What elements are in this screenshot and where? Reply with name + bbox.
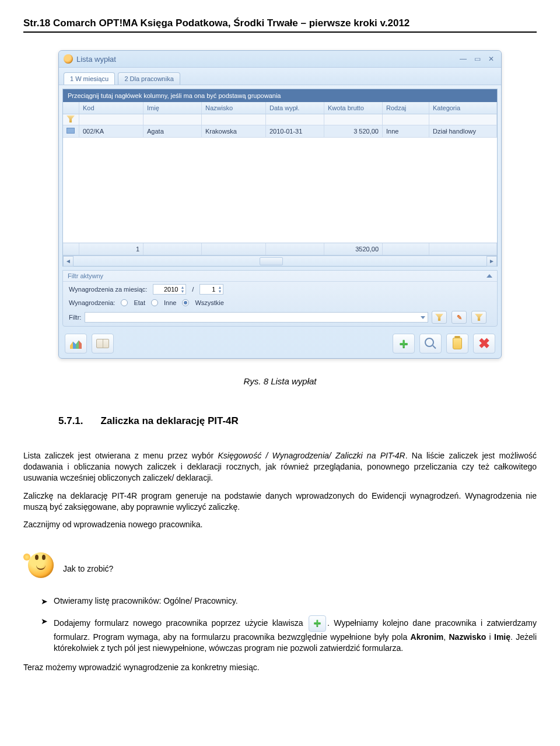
group-by-bar[interactable]: Przeciągnij tutaj nagłówek kolumny, jeśl… [63, 89, 497, 102]
filter-kod[interactable] [79, 114, 144, 125]
x-icon: ✖ [478, 335, 490, 352]
filter-row-type: Wynagrodzenia: Etat Inne Wszystkie [63, 297, 497, 309]
table-row[interactable]: 002/KA Agata Krakowska 2010-01-31 3 520,… [63, 125, 497, 138]
scroll-left-button[interactable]: ◄ [63, 256, 74, 267]
filter-config-button[interactable] [471, 311, 487, 324]
label-month: Wynagrodzenia za miesiąc: [69, 286, 147, 293]
bullet-arrow-icon: ➤ [41, 596, 48, 607]
filter-rodzaj[interactable] [383, 114, 429, 125]
radio-wszystkie-label: Wszystkie [195, 299, 224, 306]
radio-wszystkie[interactable] [182, 299, 189, 306]
titlebar: Lista wypłat — ▭ ✕ [59, 51, 501, 68]
restore-button[interactable]: ▭ [472, 54, 482, 64]
summary-kwota: 3520,00 [324, 243, 383, 255]
funnel-icon [435, 314, 443, 321]
filter-kategoria[interactable] [429, 114, 497, 125]
cell-rodzaj: Inne [383, 125, 429, 137]
h-scrollbar[interactable]: ◄ ► [63, 255, 497, 266]
paragraph-4: Teraz możemy wprowadzić wynagrodzenie za… [23, 662, 537, 673]
filter-panel-header[interactable]: Filtr aktywny [63, 271, 497, 282]
filter-row-icon[interactable] [63, 114, 79, 125]
col-data[interactable]: Data wypł. [266, 102, 324, 114]
filter-nazwisko[interactable] [202, 114, 266, 125]
minimize-button[interactable]: — [458, 54, 468, 64]
row-icon [66, 128, 75, 134]
paragraph-1: Lista zaliczek jest otwierana z menu prz… [23, 450, 537, 484]
col-kwota[interactable]: Kwota brutto [324, 102, 383, 114]
filter-kwota[interactable] [324, 114, 383, 125]
col-nazwisko[interactable]: Nazwisko [202, 102, 266, 114]
year-down[interactable]: ▼ [180, 289, 184, 293]
delete-button[interactable]: ✖ [473, 334, 495, 353]
filter-imie[interactable] [144, 114, 202, 125]
tab-for-employee[interactable]: 2 Dla pracownika [118, 72, 180, 85]
app-icon [64, 54, 73, 64]
search-button[interactable] [419, 334, 442, 353]
col-rodzaj[interactable]: Rodzaj [383, 102, 429, 114]
col-imie[interactable]: Imię [144, 102, 202, 114]
col-kod[interactable]: Kod [79, 102, 144, 114]
cell-imie: Agata [144, 125, 202, 137]
step-1: ➤ Otwieramy listę pracowników: Ogólne/ P… [41, 596, 537, 607]
filter-row-filter: Filtr: ✎ [63, 309, 497, 326]
chart-icon [70, 338, 82, 349]
label-type: Wynagrodzenia: [69, 299, 115, 306]
figure-caption: Rys. 8 Lista wypłat [23, 376, 537, 386]
chart-button[interactable] [65, 334, 87, 353]
radio-inne[interactable] [151, 299, 158, 306]
radio-etat[interactable] [121, 299, 128, 306]
app-window: Lista wypłat — ▭ ✕ 1 W miesiącu 2 Dla pr… [58, 50, 502, 359]
step-2: ➤ Dodajemy formularz nowego pracownika p… [41, 615, 537, 654]
section-title: Zaliczka na deklarację PIT-4R [101, 415, 239, 427]
cell-kwota: 3 520,00 [324, 125, 383, 137]
tabs: 1 W miesiącu 2 Dla pracownika [59, 68, 501, 85]
tip-row: Jak to zrobić? [23, 548, 537, 578]
chevron-down-icon [421, 316, 425, 319]
filter-data[interactable] [266, 114, 324, 125]
filter-apply-button[interactable] [432, 311, 447, 324]
filter-combo[interactable] [85, 312, 428, 323]
scroll-thumb[interactable] [260, 257, 283, 265]
book-button[interactable] [92, 334, 114, 353]
tab-in-month[interactable]: 1 W miesiącu [64, 72, 115, 85]
month-spinner[interactable]: ▲▼ [200, 284, 223, 295]
year-input[interactable] [155, 285, 179, 293]
add-button[interactable]: + [393, 334, 415, 353]
summary-count: 1 [79, 243, 144, 255]
funnel-icon [66, 115, 75, 122]
summary-row: 1 3520,00 [63, 243, 497, 255]
year-spinner[interactable]: ▲▼ [153, 284, 186, 295]
search-icon [425, 338, 436, 349]
month-down[interactable]: ▼ [218, 289, 222, 293]
month-up[interactable]: ▲ [218, 285, 222, 289]
window-title: Lista wypłat [76, 55, 116, 64]
smiley-icon [23, 548, 54, 578]
collapse-icon [487, 274, 492, 278]
year-up[interactable]: ▲ [180, 285, 184, 289]
bin-button[interactable] [446, 334, 468, 353]
month-input[interactable] [201, 285, 216, 293]
close-button[interactable]: ✕ [486, 54, 496, 64]
filter-clear-button[interactable]: ✎ [452, 311, 467, 324]
month-sep: / [192, 286, 194, 293]
scroll-track[interactable] [74, 256, 487, 267]
inline-add-button[interactable]: + [309, 615, 326, 632]
filter-tools: ✎ [432, 311, 491, 324]
radio-inne-label: Inne [164, 299, 176, 306]
cell-kategoria: Dział handlowy [429, 125, 497, 137]
filter-row-month: Wynagrodzenia za miesiąc: ▲▼ / ▲▼ [63, 282, 497, 297]
grid-header: Kod Imię Nazwisko Data wypł. Kwota brutt… [63, 102, 497, 114]
tip-label: Jak to zrobić? [63, 564, 113, 578]
plus-icon: + [399, 335, 408, 353]
bin-icon [453, 338, 462, 349]
plus-icon: + [314, 615, 321, 632]
filter-panel: Filtr aktywny Wynagrodzenia za miesiąc: … [62, 270, 498, 327]
funnel-icon [475, 314, 483, 321]
scroll-right-button[interactable]: ► [487, 256, 497, 267]
radio-etat-label: Etat [134, 299, 145, 306]
cell-nazwisko: Krakowska [202, 125, 266, 137]
col-kategoria[interactable]: Kategoria [429, 102, 497, 114]
col-selector[interactable] [63, 102, 79, 114]
row-indicator [63, 125, 79, 137]
paragraph-2: Zaliczkę na deklarację PIT-4R program ge… [23, 491, 537, 513]
